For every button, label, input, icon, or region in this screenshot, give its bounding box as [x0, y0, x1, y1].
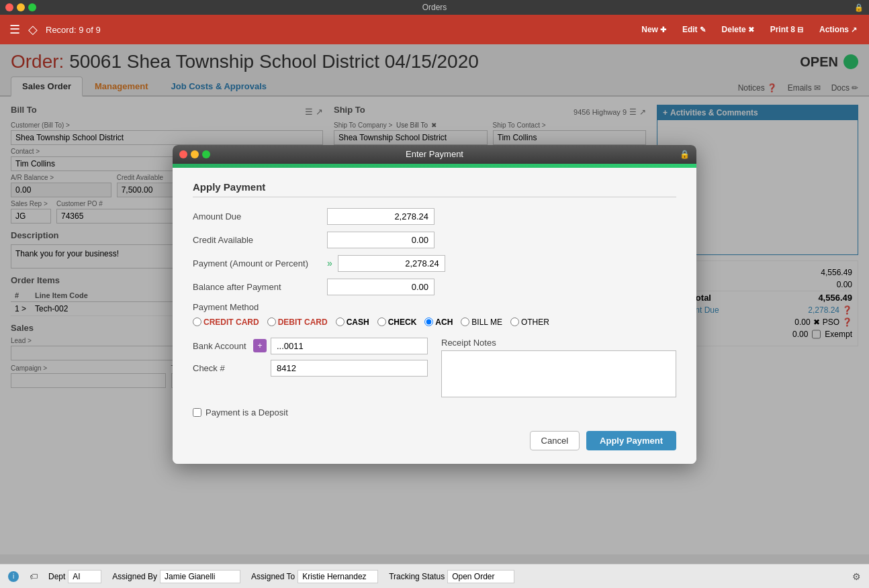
status-bar: i 🏷 Dept Assigned By Assigned To Trackin…: [0, 564, 869, 588]
payment-method-label: Payment Method: [193, 302, 327, 312]
close-button[interactable]: [5, 3, 13, 11]
assigned-by-input[interactable]: [160, 570, 240, 583]
payment-amount-label: Payment (Amount or Percent): [193, 258, 327, 268]
menu-icon[interactable]: ☰: [7, 22, 23, 37]
edit-button[interactable]: Edit ✎: [677, 22, 711, 37]
modal-footer: Cancel Apply Payment: [193, 426, 676, 453]
credit-available-row: Credit Available: [193, 232, 676, 248]
modal-lock-icon: 🔒: [680, 150, 690, 159]
cancel-button[interactable]: Cancel: [530, 431, 580, 450]
logo-icon: ◇: [28, 22, 38, 37]
modal-title: Enter Payment: [406, 149, 463, 159]
tracking-item: Tracking Status: [389, 570, 514, 583]
radio-bill-me-input[interactable]: [461, 317, 469, 326]
maximize-button[interactable]: [28, 3, 36, 11]
plus-icon: ✚: [660, 26, 666, 34]
info-icon[interactable]: i: [8, 571, 19, 582]
deposit-row: Payment is a Deposit: [193, 407, 676, 418]
balance-label: Balance after Payment: [193, 282, 327, 292]
balance-row: Balance after Payment: [193, 279, 676, 295]
amount-due-label: Amount Due: [193, 211, 327, 222]
bank-receipt-section: Bank Account + Check # Receipt Notes: [193, 338, 676, 399]
radio-credit-card[interactable]: CREDIT CARD: [193, 317, 259, 327]
traffic-lights: [5, 3, 36, 11]
assigned-to-label: Assigned To: [251, 572, 295, 581]
payment-amount-row: Payment (Amount or Percent) »: [193, 255, 676, 272]
payment-arrow-icon: »: [327, 258, 332, 268]
radio-cash[interactable]: CASH: [336, 317, 369, 327]
check-input[interactable]: [271, 360, 428, 377]
deposit-label: Payment is a Deposit: [205, 407, 288, 418]
payment-method-row: Payment Method CREDIT CARD DEBIT CARD CA…: [193, 302, 676, 327]
lock-icon: 🔒: [854, 3, 864, 12]
deposit-checkbox[interactable]: [193, 408, 201, 417]
bank-account-label: Bank Account: [193, 341, 253, 351]
receipt-notes-label: Receipt Notes: [441, 338, 676, 348]
credit-available-label-modal: Credit Available: [193, 235, 327, 245]
print-button[interactable]: Print 8 ⊟: [765, 22, 809, 37]
radio-ach[interactable]: ACH: [424, 317, 453, 327]
modal-minimize-button[interactable]: [191, 150, 199, 158]
delete-icon: ✖: [748, 26, 754, 34]
window-title: Orders: [422, 3, 447, 12]
bank-left: Bank Account + Check #: [193, 338, 428, 399]
edit-icon: ✎: [700, 26, 706, 34]
main-content: Order: 50061 Shea Township School Distri…: [0, 44, 869, 564]
radio-ach-input[interactable]: [424, 317, 433, 326]
delete-button[interactable]: Delete ✖: [717, 22, 760, 37]
amount-due-input: [327, 208, 434, 225]
modal-body: Apply Payment Amount Due Credit Availabl…: [173, 168, 696, 464]
assigned-by-label: Assigned By: [112, 572, 157, 581]
minimize-button[interactable]: [17, 3, 25, 11]
enter-payment-modal: Enter Payment 🔒 Apply Payment Amount Due…: [173, 145, 696, 464]
tracking-label: Tracking Status: [389, 572, 445, 581]
actions-button[interactable]: Actions ↗: [814, 22, 862, 37]
tracking-input[interactable]: [447, 570, 514, 583]
apply-payment-button[interactable]: Apply Payment: [586, 431, 676, 450]
amount-due-row: Amount Due: [193, 208, 676, 225]
dept-label: Dept: [48, 572, 65, 581]
radio-other-input[interactable]: [510, 317, 519, 326]
modal-overlay: Enter Payment 🔒 Apply Payment Amount Due…: [0, 44, 869, 564]
radio-bill-me[interactable]: BILL ME: [461, 317, 502, 327]
record-indicator: Record: 9 of 9: [46, 25, 101, 35]
bank-account-row: Bank Account +: [193, 338, 428, 354]
assigned-by-item: Assigned By: [112, 570, 240, 583]
balance-input: [327, 279, 434, 295]
new-button[interactable]: New ✚: [636, 22, 672, 37]
radio-cash-input[interactable]: [336, 317, 345, 326]
radio-debit-card-input[interactable]: [267, 317, 276, 326]
bank-add-button[interactable]: +: [253, 339, 267, 352]
bank-right: Receipt Notes: [441, 338, 676, 399]
dept-item: Dept: [48, 570, 101, 583]
receipt-notes-textarea[interactable]: [441, 350, 676, 397]
assigned-to-item: Assigned To: [251, 570, 378, 583]
gear-icon[interactable]: ⚙: [852, 571, 861, 582]
modal-maximize-button[interactable]: [202, 150, 210, 158]
tag-icon[interactable]: 🏷: [30, 572, 38, 581]
payment-method-radio-group: CREDIT CARD DEBIT CARD CASH CHECK AC: [193, 317, 549, 327]
modal-titlebar: Enter Payment 🔒: [173, 145, 696, 164]
assigned-to-input[interactable]: [298, 570, 378, 583]
radio-debit-card[interactable]: DEBIT CARD: [267, 317, 328, 327]
title-bar: Orders 🔒: [0, 0, 869, 15]
radio-credit-card-input[interactable]: [193, 317, 201, 326]
check-label: Check #: [193, 363, 253, 373]
radio-check[interactable]: CHECK: [377, 317, 417, 327]
radio-other[interactable]: OTHER: [510, 317, 549, 327]
dept-input[interactable]: [68, 570, 101, 583]
bank-account-input[interactable]: [271, 338, 428, 354]
check-row: Check #: [193, 360, 428, 377]
print-icon: ⊟: [797, 26, 803, 34]
modal-traffic-lights: [179, 150, 210, 158]
payment-amount-input[interactable]: [338, 255, 445, 272]
actions-icon: ↗: [851, 26, 857, 34]
modal-close-button[interactable]: [179, 150, 187, 158]
radio-check-input[interactable]: [377, 317, 386, 326]
modal-section-title: Apply Payment: [193, 181, 676, 197]
credit-available-input-modal: [327, 232, 434, 248]
toolbar: ☰ ◇ Record: 9 of 9 New ✚ Edit ✎ Delete ✖…: [0, 15, 869, 44]
